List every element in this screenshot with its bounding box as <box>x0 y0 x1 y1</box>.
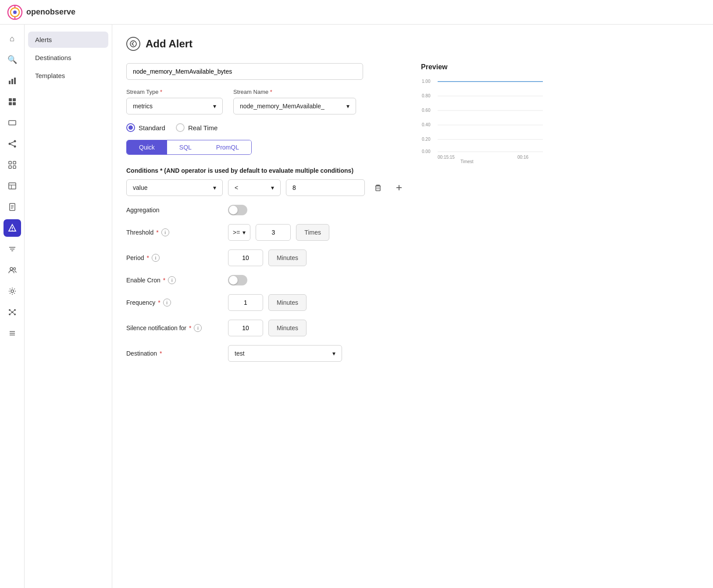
add-condition-button[interactable] <box>391 180 407 196</box>
people-icon[interactable] <box>4 261 21 279</box>
svg-line-43 <box>11 310 11 312</box>
svg-point-15 <box>14 146 16 148</box>
home-icon[interactable]: ⌂ <box>4 30 21 47</box>
nav-item-templates[interactable]: Templates <box>28 68 108 84</box>
svg-text:0.20: 0.20 <box>422 137 431 142</box>
condition-operator-select[interactable]: < ▾ <box>228 179 281 196</box>
svg-point-36 <box>13 268 15 270</box>
radio-standard-circle <box>126 123 135 132</box>
integration-icon[interactable] <box>4 303 21 321</box>
period-info-icon[interactable]: i <box>152 254 160 262</box>
alert-name-input[interactable] <box>126 63 363 80</box>
threshold-value-input[interactable] <box>256 224 291 241</box>
dashboard-icon[interactable] <box>4 93 21 110</box>
enable-cron-toggle-knob <box>229 276 238 285</box>
condition-field-select[interactable]: value ▾ <box>126 179 223 196</box>
period-value-input[interactable] <box>228 249 263 266</box>
svg-text:0.80: 0.80 <box>422 93 431 98</box>
svg-point-13 <box>8 143 11 145</box>
stream-fields-row: Stream Type * metrics ▾ Stream Name * <box>126 89 407 114</box>
delete-condition-button[interactable] <box>370 180 386 196</box>
destination-select[interactable]: test ▾ <box>228 345 342 362</box>
sidebar-icons: ⌂ 🔍 <box>0 25 25 588</box>
svg-point-31 <box>12 230 13 231</box>
condition-value-input[interactable] <box>286 179 365 196</box>
list-icon[interactable] <box>4 324 21 342</box>
logo-icon <box>7 4 23 20</box>
svg-line-44 <box>13 310 14 312</box>
svg-point-14 <box>14 140 16 143</box>
svg-text:Timest: Timest <box>460 159 474 164</box>
form-section: Stream Type * metrics ▾ Stream Name * <box>126 63 407 362</box>
stream-name-select[interactable]: node_memory_MemAvailable_ ▾ <box>233 98 356 114</box>
threshold-unit: Times <box>296 224 329 241</box>
enable-cron-toggle[interactable] <box>228 275 247 285</box>
svg-point-37 <box>11 290 14 292</box>
aggregation-toggle-knob <box>229 206 238 214</box>
tab-promql[interactable]: PromQL <box>204 140 251 154</box>
radio-realtime[interactable]: Real Time <box>176 123 218 132</box>
threshold-operator-select[interactable]: >= ▾ <box>228 224 250 241</box>
svg-point-35 <box>10 267 13 270</box>
period-label-col: Period * i <box>126 254 223 262</box>
radio-realtime-circle <box>176 123 185 132</box>
nav-item-destinations[interactable]: Destinations <box>28 50 108 66</box>
frequency-info-icon[interactable]: i <box>163 299 171 306</box>
svg-rect-7 <box>14 78 16 84</box>
stream-type-select[interactable]: metrics ▾ <box>126 98 223 114</box>
enable-cron-label-col: Enable Cron * i <box>126 276 223 284</box>
page-header: Add Alert <box>126 37 699 51</box>
stream-name-group: Stream Name * node_memory_MemAvailable_ … <box>233 89 356 114</box>
svg-point-39 <box>9 309 11 311</box>
bar-chart-icon[interactable] <box>4 72 21 89</box>
tab-quick[interactable]: Quick <box>127 140 167 154</box>
svg-rect-6 <box>11 79 13 84</box>
radio-standard-inner <box>128 125 133 130</box>
svg-line-17 <box>11 144 14 146</box>
stream-name-label: Stream Name * <box>233 89 356 95</box>
enable-cron-row: Enable Cron * i <box>126 275 407 285</box>
svg-point-50 <box>130 41 136 47</box>
frequency-value-input[interactable] <box>228 294 263 311</box>
destination-label-col: Destination * <box>126 350 223 357</box>
nav-item-alerts[interactable]: Alerts <box>28 32 108 48</box>
svg-point-38 <box>11 311 13 313</box>
table-icon[interactable] <box>4 177 21 195</box>
aggregation-toggle[interactable] <box>228 205 247 215</box>
filter-icon[interactable] <box>4 240 21 258</box>
search-icon[interactable]: 🔍 <box>4 51 21 68</box>
svg-line-46 <box>13 313 14 314</box>
back-button[interactable] <box>126 37 140 51</box>
svg-point-42 <box>14 314 16 315</box>
alert-icon[interactable] <box>4 219 21 237</box>
report-icon[interactable] <box>4 198 21 216</box>
radio-standard[interactable]: Standard <box>126 123 165 132</box>
threshold-info-icon[interactable]: i <box>161 228 169 236</box>
share-icon[interactable] <box>4 135 21 153</box>
svg-point-2 <box>13 11 17 14</box>
preview-panel: Preview 1.00 0.80 0.60 0.40 0.20 0.00 <box>421 63 544 362</box>
silence-unit: Minutes <box>268 320 307 336</box>
threshold-row: Threshold * i >= ▾ Times <box>126 224 407 241</box>
top-bar: openobserve <box>0 0 713 25</box>
svg-rect-19 <box>13 161 16 164</box>
svg-rect-22 <box>9 183 16 189</box>
svg-text:0.00: 0.00 <box>422 149 431 154</box>
logo-text: openobserve <box>26 7 75 17</box>
stream-type-group: Stream Type * metrics ▾ <box>126 89 223 114</box>
svg-point-41 <box>9 314 11 315</box>
silence-value-input[interactable] <box>228 320 263 336</box>
enable-cron-info-icon[interactable]: i <box>168 276 176 284</box>
grid-icon[interactable] <box>4 156 21 174</box>
svg-rect-51 <box>376 186 380 191</box>
logo: openobserve <box>7 4 75 20</box>
period-unit: Minutes <box>268 249 307 266</box>
svg-rect-20 <box>9 166 11 168</box>
chart-area: 1.00 0.80 0.60 0.40 0.20 0.00 <box>421 76 544 164</box>
tab-sql[interactable]: SQL <box>167 140 204 154</box>
svg-text:00:15:15: 00:15:15 <box>438 155 455 160</box>
panel-icon[interactable] <box>4 114 21 132</box>
aggregation-label: Aggregation <box>126 207 223 214</box>
settings-icon[interactable] <box>4 282 21 300</box>
silence-info-icon[interactable]: i <box>194 324 202 332</box>
